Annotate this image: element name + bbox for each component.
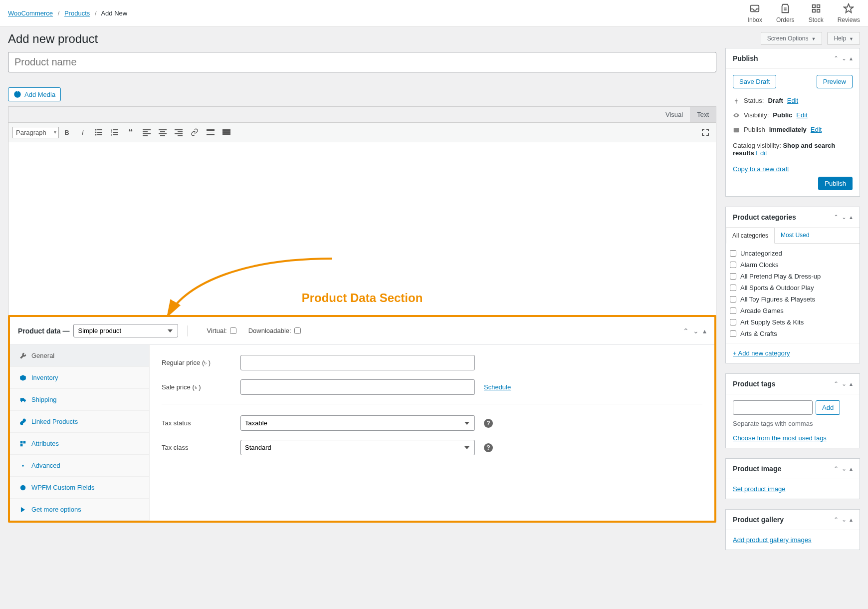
numbered-list-button[interactable]: 123 <box>108 126 121 139</box>
tab-attributes[interactable]: Attributes <box>10 433 149 455</box>
regular-price-input[interactable] <box>240 355 475 370</box>
tab-wpfm-custom[interactable]: WPFM Custom Fields <box>10 477 149 499</box>
svg-point-36 <box>24 401 25 402</box>
more-options-icon <box>19 506 26 513</box>
align-right-icon <box>175 128 183 136</box>
tab-shipping[interactable]: Shipping <box>10 389 149 411</box>
format-select[interactable]: Paragraph <box>12 127 59 138</box>
inventory-icon <box>19 374 26 381</box>
edit-publish-date-link[interactable]: Edit <box>811 126 822 133</box>
category-item[interactable]: Alarm Clocks <box>730 259 856 271</box>
publish-button[interactable]: Publish <box>818 177 853 190</box>
nav-stock[interactable]: Stock <box>809 3 824 23</box>
add-tag-button[interactable]: Add <box>816 400 840 415</box>
product-type-select[interactable]: Simple product <box>73 324 178 337</box>
svg-rect-31 <box>207 134 215 135</box>
tax-status-label: Tax status <box>162 419 231 427</box>
align-left-button[interactable] <box>140 126 153 139</box>
editor-tab-text[interactable]: Text <box>690 107 716 122</box>
add-media-button[interactable]: Add Media <box>8 87 61 101</box>
panel-down-icon[interactable]: ⌄ <box>842 55 847 62</box>
downloadable-checkbox-label[interactable]: Downloadable: <box>248 327 301 334</box>
svg-rect-19 <box>143 133 151 134</box>
svg-rect-3 <box>812 9 815 12</box>
tag-input[interactable] <box>733 400 813 415</box>
bullet-list-button[interactable] <box>92 126 105 139</box>
link-icon <box>191 128 199 136</box>
breadcrumb-root[interactable]: WooCommerce <box>8 9 53 17</box>
category-item[interactable]: Arts & Crafts <box>730 328 856 339</box>
tab-more-options[interactable]: Get more options <box>10 499 149 521</box>
align-center-button[interactable] <box>156 126 169 139</box>
svg-rect-1 <box>812 5 815 8</box>
save-draft-button[interactable]: Save Draft <box>733 75 776 88</box>
insert-more-button[interactable] <box>204 126 217 139</box>
svg-rect-21 <box>159 129 167 130</box>
category-item[interactable]: Arcade Games <box>730 305 856 316</box>
svg-rect-32 <box>222 129 230 131</box>
italic-button[interactable]: I <box>76 126 89 139</box>
edit-catalog-link[interactable]: Edit <box>756 149 767 157</box>
align-right-button[interactable] <box>172 126 185 139</box>
category-item[interactable]: All Pretend Play & Dress-up <box>730 271 856 282</box>
svg-rect-42 <box>734 127 739 132</box>
nav-inbox[interactable]: Inbox <box>748 3 762 23</box>
numbered-list-icon: 123 <box>111 128 119 136</box>
panel-toggle-icon[interactable]: ▴ <box>703 327 706 335</box>
add-gallery-images-link[interactable]: Add product gallery images <box>733 536 812 544</box>
orders-icon <box>780 3 791 14</box>
svg-rect-18 <box>143 131 148 132</box>
category-item[interactable]: All Toy Figures & Playsets <box>730 294 856 305</box>
nav-orders[interactable]: Orders <box>776 3 795 23</box>
choose-tags-link[interactable]: Choose from the most used tags <box>733 434 827 442</box>
fullscreen-button[interactable] <box>699 126 712 139</box>
schedule-link[interactable]: Schedule <box>484 383 511 391</box>
help-button[interactable]: Help▼ <box>827 32 860 45</box>
cat-tab-most-used[interactable]: Most Used <box>775 228 815 243</box>
tab-linked-products[interactable]: Linked Products <box>10 411 149 433</box>
tab-inventory[interactable]: Inventory <box>10 367 149 389</box>
breadcrumb-leaf: Add New <box>101 9 127 17</box>
tax-status-select[interactable]: Taxable <box>240 415 475 431</box>
editor-tab-visual[interactable]: Visual <box>658 107 690 122</box>
category-item[interactable]: All Sports & Outdoor Play <box>730 282 856 294</box>
product-image-panel: Product image ⌃⌄▴ Set product image <box>725 458 860 499</box>
preview-button[interactable]: Preview <box>817 75 853 88</box>
panel-up-icon[interactable]: ⌃ <box>683 327 689 335</box>
pin-icon <box>733 97 740 104</box>
svg-rect-22 <box>160 131 165 132</box>
product-name-input[interactable] <box>8 52 716 72</box>
tab-advanced[interactable]: Advanced <box>10 455 149 477</box>
panel-down-icon[interactable]: ⌄ <box>693 327 699 335</box>
category-item[interactable]: Uncategorized <box>730 248 856 259</box>
edit-status-link[interactable]: Edit <box>787 97 798 104</box>
screen-options-button[interactable]: Screen Options▼ <box>761 32 823 45</box>
breadcrumb: WooCommerce / Products / Add New <box>8 9 127 17</box>
virtual-checkbox-label[interactable]: Virtual: <box>207 327 236 334</box>
panel-toggle-icon[interactable]: ▴ <box>850 55 853 62</box>
downloadable-checkbox[interactable] <box>294 327 301 334</box>
annotation-label: Product Data Section <box>8 291 716 305</box>
virtual-checkbox[interactable] <box>230 327 236 334</box>
copy-draft-link[interactable]: Copy to a new draft <box>733 165 789 173</box>
nav-reviews[interactable]: Reviews <box>838 3 860 23</box>
quote-button[interactable]: “ <box>124 126 137 139</box>
edit-visibility-link[interactable]: Edit <box>796 111 807 119</box>
set-product-image-link[interactable]: Set product image <box>733 485 786 493</box>
link-button[interactable] <box>188 126 201 139</box>
help-icon[interactable]: ? <box>484 419 493 428</box>
category-item[interactable]: Art Supply Sets & Kits <box>730 316 856 328</box>
cat-tab-all[interactable]: All categories <box>726 228 775 244</box>
help-icon[interactable]: ? <box>484 443 493 452</box>
attributes-icon <box>19 440 26 447</box>
sale-price-input[interactable] <box>240 379 475 395</box>
panel-up-icon[interactable]: ⌃ <box>834 55 839 62</box>
bold-button[interactable]: B <box>60 126 73 139</box>
tab-general[interactable]: General <box>10 345 149 367</box>
breadcrumb-products[interactable]: Products <box>64 9 90 17</box>
svg-rect-39 <box>20 444 22 446</box>
add-category-link[interactable]: + Add new category <box>733 349 790 357</box>
svg-rect-23 <box>159 133 167 134</box>
toolbar-toggle-button[interactable] <box>220 126 233 139</box>
tax-class-select[interactable]: Standard <box>240 440 475 455</box>
